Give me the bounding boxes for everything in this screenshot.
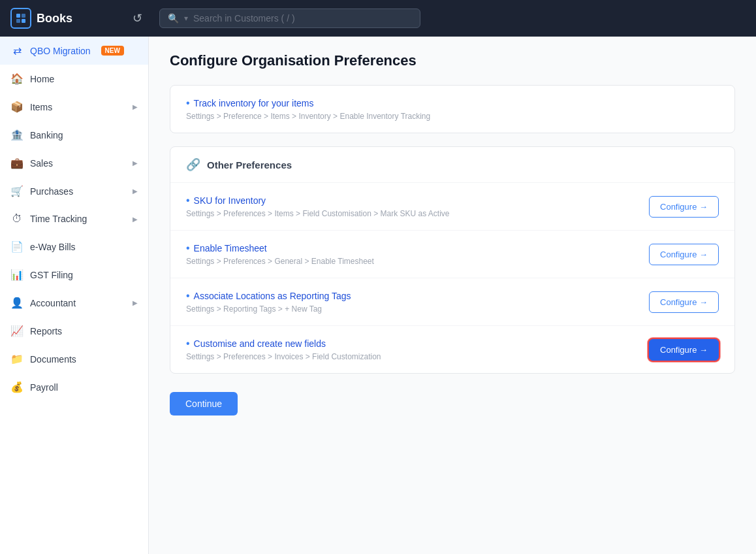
expand-arrow-icon: ▶ xyxy=(133,216,138,223)
sidebar-label-items: Items xyxy=(30,102,52,112)
sidebar-item-documents[interactable]: 📁Documents xyxy=(0,345,148,373)
search-input[interactable] xyxy=(193,13,412,24)
brand-logo: Books xyxy=(10,8,115,29)
items-icon: 📦 xyxy=(10,101,24,113)
sidebar-item-accountant[interactable]: 👤Accountant▶ xyxy=(0,289,148,317)
payroll-icon: 💰 xyxy=(10,381,24,393)
locations-title: Associate Locations as Reporting Tags xyxy=(186,290,649,302)
gst-filing-icon: 📊 xyxy=(10,269,24,281)
sidebar-label-banking: Banking xyxy=(30,130,63,140)
brand-name: Books xyxy=(37,12,72,25)
sales-icon: 💼 xyxy=(10,157,24,169)
expand-arrow-icon: ▶ xyxy=(133,103,138,110)
other-preferences-header: 🔗 Other Preferences xyxy=(170,147,734,183)
content-area: Configure Organisation Preferences Track… xyxy=(149,37,756,554)
sidebar-item-sales[interactable]: 💼Sales▶ xyxy=(0,149,148,177)
sidebar-item-time-tracking[interactable]: ⏱Time Tracking▶ xyxy=(0,205,148,233)
sidebar-item-payroll[interactable]: 💰Payroll xyxy=(0,373,148,401)
sidebar-label-payroll: Payroll xyxy=(30,382,58,393)
sidebar-label-qbo-migration: QBO Migration xyxy=(30,46,91,56)
other-preferences-card: 🔗 Other Preferences SKU for Inventory Se… xyxy=(170,146,735,374)
continue-button[interactable]: Continue xyxy=(170,392,238,416)
track-inventory-content: Track inventory for your items Settings … xyxy=(186,97,719,121)
sidebar-label-gst-filing: GST Filing xyxy=(30,270,73,280)
sidebar-label-purchases: Purchases xyxy=(30,186,73,197)
main-layout: ⇄QBO MigrationNEW🏠Home📦Items▶🏦Banking💼Sa… xyxy=(0,37,756,554)
sidebar-item-eway-bills[interactable]: 📄e-Way Bills xyxy=(0,233,148,261)
expand-arrow-icon: ▶ xyxy=(133,187,138,195)
sidebar-label-reports: Reports xyxy=(30,326,62,336)
sidebar-label-sales: Sales xyxy=(30,158,53,169)
locations-path: Settings > Reporting Tags > + New Tag xyxy=(186,304,649,314)
timesheet-row: Enable Timesheet Settings > Preferences … xyxy=(170,231,734,278)
history-button[interactable]: ↺ xyxy=(125,7,149,30)
other-preferences-title: Other Preferences xyxy=(207,159,292,171)
sidebar-label-home: Home xyxy=(30,74,54,84)
custom-fields-path: Settings > Preferences > Invoices > Fiel… xyxy=(186,352,649,361)
locations-content: Associate Locations as Reporting Tags Se… xyxy=(186,290,649,314)
timesheet-content: Enable Timesheet Settings > Preferences … xyxy=(186,242,649,266)
accountant-icon: 👤 xyxy=(10,297,24,309)
purchases-icon: 🛒 xyxy=(10,185,24,197)
new-badge: NEW xyxy=(101,46,124,56)
sku-content: SKU for Inventory Settings > Preferences… xyxy=(186,195,649,218)
reports-icon: 📈 xyxy=(10,325,24,337)
expand-arrow-icon: ▶ xyxy=(133,159,138,167)
qbo-migration-icon: ⇄ xyxy=(10,44,24,57)
sku-path: Settings > Preferences > Items > Field C… xyxy=(186,209,649,218)
svg-rect-0 xyxy=(16,14,20,18)
top-partial-card: Track inventory for your items Settings … xyxy=(170,85,735,133)
track-inventory-title: Track inventory for your items xyxy=(186,97,719,109)
brand-icon xyxy=(10,8,31,29)
sidebar-item-banking[interactable]: 🏦Banking xyxy=(0,121,148,149)
sidebar-label-time-tracking: Time Tracking xyxy=(30,214,87,224)
track-inventory-row: Track inventory for your items Settings … xyxy=(170,86,734,133)
svg-rect-1 xyxy=(22,14,25,18)
track-inventory-path: Settings > Preference > Items > Inventor… xyxy=(186,112,719,121)
eway-bills-icon: 📄 xyxy=(10,240,24,253)
expand-arrow-icon: ▶ xyxy=(133,299,138,306)
custom-fields-configure-button[interactable]: Configure → xyxy=(649,339,719,361)
locations-configure-button[interactable]: Configure → xyxy=(649,291,719,313)
sku-row: SKU for Inventory Settings > Preferences… xyxy=(170,183,734,231)
custom-fields-title: Customise and create new fields xyxy=(186,338,649,350)
sidebar-label-eway-bills: e-Way Bills xyxy=(30,242,76,252)
sidebar-item-items[interactable]: 📦Items▶ xyxy=(0,93,148,121)
svg-rect-3 xyxy=(22,19,25,23)
top-navigation: Books ↺ 🔍 ▾ xyxy=(0,0,756,37)
sidebar-item-home[interactable]: 🏠Home xyxy=(0,65,148,93)
sidebar-item-qbo-migration[interactable]: ⇄QBO MigrationNEW xyxy=(0,37,148,65)
timesheet-configure-button[interactable]: Configure → xyxy=(649,244,719,265)
page-title: Configure Organisation Preferences xyxy=(170,52,735,69)
timesheet-path: Settings > Preferences > General > Enabl… xyxy=(186,257,649,266)
documents-icon: 📁 xyxy=(10,353,24,365)
search-icon: 🔍 xyxy=(168,13,179,24)
sku-configure-button[interactable]: Configure → xyxy=(649,196,719,218)
banking-icon: 🏦 xyxy=(10,129,24,141)
sidebar-label-documents: Documents xyxy=(30,354,76,365)
sidebar-label-accountant: Accountant xyxy=(30,298,76,308)
sidebar-item-gst-filing[interactable]: 📊GST Filing xyxy=(0,261,148,289)
sidebar: ⇄QBO MigrationNEW🏠Home📦Items▶🏦Banking💼Sa… xyxy=(0,37,149,554)
custom-fields-row: Customise and create new fields Settings… xyxy=(170,326,734,373)
search-bar[interactable]: 🔍 ▾ xyxy=(159,8,420,28)
svg-rect-2 xyxy=(16,19,20,23)
sidebar-item-purchases[interactable]: 🛒Purchases▶ xyxy=(0,177,148,205)
custom-fields-content: Customise and create new fields Settings… xyxy=(186,338,649,361)
link-icon: 🔗 xyxy=(186,157,200,172)
search-dropdown[interactable]: ▾ xyxy=(184,14,188,23)
timesheet-title: Enable Timesheet xyxy=(186,242,649,254)
locations-row: Associate Locations as Reporting Tags Se… xyxy=(170,278,734,326)
sidebar-item-reports[interactable]: 📈Reports xyxy=(0,317,148,345)
time-tracking-icon: ⏱ xyxy=(10,213,24,225)
home-icon: 🏠 xyxy=(10,73,24,85)
sku-title: SKU for Inventory xyxy=(186,195,649,206)
